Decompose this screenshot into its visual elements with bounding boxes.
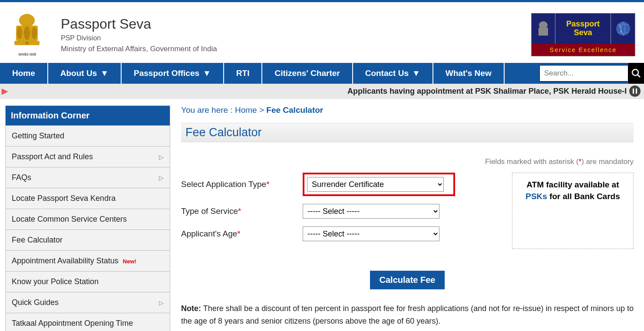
badge-line-2: Seva: [574, 29, 592, 37]
sidebar-item-3[interactable]: Locate Passport Seva Kendra: [6, 188, 170, 209]
atm-line-1: ATM facility available at: [527, 180, 619, 189]
svg-point-2: [17, 27, 22, 39]
sidebar-item-2[interactable]: FAQs▷: [6, 167, 170, 188]
note-body: There shall be a discount of ten percent…: [181, 304, 634, 325]
caret-down-icon: ▼: [412, 69, 420, 78]
highlight-box: Surrender Certificate: [303, 173, 455, 196]
service-label: Type of Service: [181, 206, 238, 216]
search-wrap: [539, 63, 644, 84]
badge-bottom-text: Service Excellence: [532, 44, 635, 56]
sidebar-item-8[interactable]: Quick Guides▷: [6, 292, 170, 313]
nav-contact-us[interactable]: Contact Us▼: [353, 63, 433, 84]
age-label: Applicant's Age: [181, 229, 237, 238]
sidebar-item-4[interactable]: Locate Common Service Centers: [6, 209, 170, 229]
svg-point-9: [616, 22, 630, 36]
note-text: Note: There shall be a discount of ten p…: [181, 302, 634, 328]
nav-home-label: Home: [12, 69, 35, 78]
applicant-age-select[interactable]: ----- Select -----: [303, 226, 439, 241]
application-type-select[interactable]: Surrender Certificate: [307, 177, 444, 192]
svg-rect-12: [633, 88, 634, 94]
sidebar-item-label: Passport Act and Rules: [12, 152, 93, 161]
form-area: Select Application Type* Surrender Certi…: [181, 173, 634, 249]
nav-offices-label: Passport Offices: [134, 69, 199, 78]
svg-rect-13: [636, 88, 637, 94]
new-badge: New!: [123, 258, 136, 265]
emblem-motto: सत्यमेव जयते: [18, 52, 36, 57]
sidebar-item-label: Fee Calculator: [12, 236, 63, 244]
svg-rect-8: [538, 28, 548, 36]
svg-point-4: [32, 27, 37, 39]
nav-about-us[interactable]: About Us▼: [48, 63, 122, 84]
svg-point-0: [19, 14, 35, 27]
pause-icon: [633, 88, 637, 94]
main-content: You are here : Home > Fee Calculator Fee…: [181, 105, 639, 331]
row-service-type: Type of Service* ----- Select -----: [181, 204, 512, 219]
svg-point-6: [25, 41, 29, 45]
sidebar-item-label: Locate Passport Seva Kendra: [12, 194, 116, 203]
content-area: Information Corner Getting StartedPasspo…: [0, 99, 644, 331]
search-icon: [631, 69, 641, 78]
nav-home[interactable]: Home: [0, 63, 48, 84]
mandatory-post: ) are mandatory: [581, 157, 634, 166]
svg-point-3: [24, 26, 30, 40]
badge-emblem-icon: [532, 13, 555, 44]
chevron-right-icon: ▷: [159, 174, 164, 181]
ticker-pause-button[interactable]: [629, 85, 641, 97]
row-application-type: Select Application Type* Surrender Certi…: [181, 173, 512, 196]
caret-down-icon: ▼: [203, 69, 211, 78]
sidebar-item-label: Quick Guides: [12, 298, 59, 307]
search-input[interactable]: [539, 65, 628, 82]
required-asterisk: *: [238, 206, 241, 216]
site-subtitle-2: Ministry of External Affairs, Government…: [61, 45, 531, 53]
required-asterisk: *: [237, 229, 240, 238]
page-title: Fee Calculator: [185, 126, 629, 139]
note-label: Note:: [181, 304, 201, 313]
sidebar-item-7[interactable]: Know your Police Station: [6, 271, 170, 292]
sidebar-item-label: FAQs: [12, 173, 31, 182]
nav-whats-new[interactable]: What's New: [433, 63, 505, 84]
site-title: Passport Seva: [61, 16, 531, 32]
gov-emblem: सत्यमेव जयते: [9, 11, 46, 59]
nav-rti-label: RTI: [236, 69, 250, 78]
service-type-select[interactable]: ----- Select -----: [303, 204, 439, 219]
nav-citizens-charter[interactable]: Citizens' Charter: [262, 63, 353, 84]
badge-line-1: Passport: [566, 20, 600, 29]
search-button[interactable]: [628, 63, 644, 84]
sidebar-item-0[interactable]: Getting Started: [6, 125, 170, 146]
badge-globe-icon: [611, 13, 635, 44]
news-ticker: ▶ Applicants having appointment at PSK S…: [0, 84, 644, 99]
atm-psk-link[interactable]: PSKs: [525, 192, 547, 201]
chevron-right-icon: ▷: [159, 299, 164, 306]
sidebar-item-5[interactable]: Fee Calculator: [6, 229, 170, 250]
sidebar-item-label: Locate Common Service Centers: [12, 215, 127, 223]
nav-rti[interactable]: RTI: [224, 63, 263, 84]
sidebar-item-label: Know your Police Station: [12, 277, 99, 286]
nav-passport-offices[interactable]: Passport Offices▼: [122, 63, 224, 84]
calculate-fee-button[interactable]: Calculate Fee: [370, 271, 445, 289]
chevron-right-icon: ▷: [159, 154, 164, 161]
breadcrumb-home-link[interactable]: Home: [235, 105, 257, 115]
nav-charter-label: Citizens' Charter: [274, 69, 340, 78]
sidebar-header: Information Corner: [6, 106, 170, 125]
nav-contact-label: Contact Us: [365, 69, 409, 78]
mandatory-asterisk: *: [578, 157, 581, 166]
svg-line-11: [637, 75, 640, 77]
sidebar-item-label: Appointment Availability Status: [12, 256, 119, 265]
ticker-text: Applicants having appointment at PSK Sha…: [347, 87, 627, 96]
nav-about-label: About Us: [60, 69, 97, 78]
sidebar-item-6[interactable]: Appointment Availability StatusNew!: [6, 250, 170, 271]
nav-whatsnew-label: What's New: [446, 69, 492, 78]
sidebar-item-label: Getting Started: [12, 131, 64, 140]
sidebar-item-1[interactable]: Passport Act and Rules▷: [6, 146, 170, 167]
sidebar-item-label: Tatkaal Appointment Opening Time: [12, 319, 133, 328]
row-applicant-age: Applicant's Age* ----- Select -----: [181, 226, 512, 241]
mandatory-note: Fields marked with asterisk (*) are mand…: [181, 157, 634, 166]
atm-line-2: for all Bank Cards: [547, 192, 620, 201]
ashoka-emblem-icon: [11, 13, 43, 52]
main-nav: Home About Us▼ Passport Offices▼ RTI Cit…: [0, 63, 644, 84]
atm-info-box: ATM facility available at PSKs for all B…: [512, 173, 634, 249]
header: सत्यमेव जयते Passport Seva PSP Division …: [0, 2, 644, 63]
calc-button-wrap: Calculate Fee: [181, 271, 634, 289]
header-text-block: Passport Seva PSP Division Ministry of E…: [61, 16, 531, 53]
sidebar-item-9[interactable]: Tatkaal Appointment Opening Time: [6, 313, 170, 331]
